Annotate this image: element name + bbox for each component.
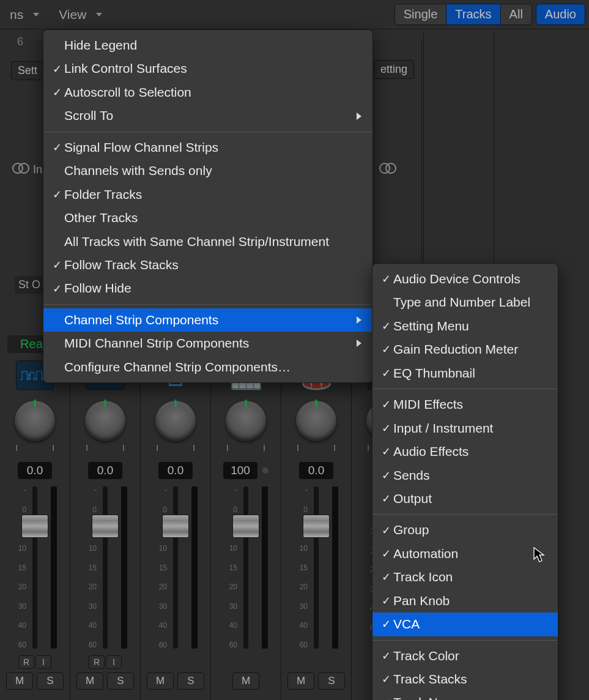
record-enable-button[interactable]: R (89, 655, 105, 669)
scale-tick: 0 (163, 506, 167, 513)
menu-item[interactable]: ✓Follow Track Stacks (43, 253, 372, 277)
mute-button[interactable]: M (287, 672, 314, 690)
chevron-down-icon (96, 13, 102, 17)
level-value[interactable]: 100 (223, 462, 257, 479)
menu-item[interactable]: ✓Sends (372, 464, 558, 487)
menu-item[interactable]: Scroll To (43, 104, 372, 127)
options-dropdown[interactable]: ns (4, 5, 45, 24)
scale-tick: 40 (18, 622, 26, 629)
scale-tick: 15 (159, 564, 167, 572)
scale-tick: - (24, 486, 26, 494)
check-icon: ✓ (379, 569, 393, 585)
pan-knob[interactable] (15, 401, 55, 441)
menu-item[interactable]: All Tracks with Same Channel Strip/Instr… (43, 230, 372, 253)
pan-knob[interactable] (155, 401, 196, 441)
record-enable-button[interactable]: R (18, 655, 34, 669)
input-monitor-button[interactable]: I (35, 655, 51, 669)
view-dropdown[interactable]: View (53, 5, 108, 24)
pan-knob[interactable] (296, 401, 336, 441)
solo-button[interactable]: S (318, 672, 345, 690)
menu-item[interactable]: Channel Strip Components (43, 308, 372, 332)
filter-single[interactable]: Single (395, 4, 447, 25)
menu-item-label: Gain Reduction Meter (393, 340, 547, 359)
level-value[interactable]: 0.0 (299, 462, 333, 479)
menu-item[interactable]: ✓Track Stacks (372, 668, 558, 691)
menu-item[interactable]: ✓Pan Knob (372, 589, 558, 612)
level-value[interactable]: 0.0 (158, 462, 193, 479)
fader-track[interactable] (314, 486, 319, 649)
filter-all[interactable]: All (501, 4, 532, 25)
menu-item[interactable]: Channels with Sends only (43, 159, 372, 182)
fader-handle[interactable] (162, 515, 189, 538)
scale-tick: 60 (89, 641, 97, 649)
scale-tick: 30 (229, 603, 237, 610)
menu-item[interactable]: Type and Number Label (372, 291, 558, 314)
fader-track[interactable] (173, 486, 178, 649)
menu-item[interactable]: ✓Input / Instrument (372, 417, 558, 440)
menu-item-label: Folder Tracks (64, 185, 361, 204)
fader-handle[interactable] (92, 515, 119, 538)
fader-track[interactable] (32, 486, 37, 649)
pan-knob[interactable] (226, 401, 266, 441)
input-monitor-button[interactable]: I (106, 655, 122, 669)
menu-item-label: Automation (393, 545, 547, 563)
menu-item-label: Type and Number Label (393, 293, 547, 311)
filter-tracks[interactable]: Tracks (446, 4, 500, 25)
mute-button[interactable]: M (76, 672, 103, 690)
menu-item[interactable]: ✓Automation (372, 542, 558, 565)
level-meter (332, 486, 338, 649)
scale-tick: 40 (159, 622, 167, 629)
menu-item-label: Signal Flow Channel Strips (64, 138, 361, 157)
menu-item[interactable]: ✓Track Color (372, 644, 558, 668)
menu-item[interactable]: ✓EQ Thumbnail (372, 362, 558, 385)
menu-item[interactable]: ✓VCA (372, 612, 558, 636)
fader-track[interactable] (243, 486, 248, 649)
scale-tick: 60 (18, 641, 26, 649)
menu-item[interactable]: ✓Group (372, 518, 558, 542)
scale-tick: 10 (159, 545, 167, 552)
menu-item-label: Configure Channel Strip Components… (64, 358, 361, 376)
fader-track[interactable] (103, 486, 108, 649)
menu-item[interactable]: Configure Channel Strip Components… (43, 356, 372, 379)
menu-item[interactable]: ✓Signal Flow Channel Strips (43, 136, 372, 159)
level-value[interactable]: 0.0 (18, 462, 52, 479)
scale-tick: 20 (229, 583, 237, 590)
menu-item[interactable]: ✓Track Icon (372, 565, 558, 589)
solo-button[interactable]: S (107, 672, 134, 690)
menu-item[interactable]: ✓Link Control Surfaces (43, 57, 372, 80)
solo-button[interactable]: S (37, 672, 64, 690)
mute-button[interactable]: M (147, 672, 174, 690)
menu-item[interactable]: ✓Folder Tracks (43, 183, 372, 206)
menu-item[interactable]: ✓Gain Reduction Meter (372, 338, 558, 361)
menu-item[interactable]: ✓Output (372, 487, 558, 510)
check-icon: ✓ (379, 491, 393, 507)
menu-item[interactable]: ✓Follow Hide (43, 277, 372, 300)
fader-handle[interactable] (232, 515, 259, 538)
filter-audio[interactable]: Audio (536, 4, 585, 25)
mute-button[interactable]: M (6, 672, 33, 690)
fader-handle[interactable] (21, 515, 48, 538)
scale-tick: - (305, 486, 308, 494)
mute-button[interactable]: M (232, 672, 259, 690)
menu-item[interactable]: ✓MIDI Effects (372, 393, 558, 416)
menu-item-label: Setting Menu (393, 317, 547, 335)
menu-item[interactable]: ✓Audio Device Controls (372, 267, 558, 291)
menu-item-label: Track Color (393, 647, 547, 665)
scale-tick: 60 (229, 641, 237, 649)
check-icon: ✓ (379, 444, 393, 460)
menu-item[interactable]: ✓Autoscroll to Selection (43, 81, 372, 104)
menu-item[interactable]: Other Tracks (43, 206, 372, 229)
menu-item[interactable]: ✓Setting Menu (372, 315, 558, 338)
menu-item[interactable]: Hide Legend (43, 34, 372, 57)
menu-item[interactable]: ✓Audio Effects (372, 440, 558, 463)
level-value[interactable]: 0.0 (88, 462, 122, 479)
pan-knob[interactable] (85, 401, 125, 441)
menu-item[interactable]: MIDI Channel Strip Components (43, 332, 372, 355)
scale-tick: 60 (159, 641, 167, 649)
solo-button[interactable]: S (177, 672, 204, 690)
clip-indicator[interactable] (262, 467, 269, 474)
view-label: View (59, 7, 86, 22)
filter-segment: Single Tracks All (395, 4, 532, 25)
fader-handle[interactable] (303, 515, 330, 538)
menu-item[interactable]: ✓Track Name (372, 691, 558, 700)
